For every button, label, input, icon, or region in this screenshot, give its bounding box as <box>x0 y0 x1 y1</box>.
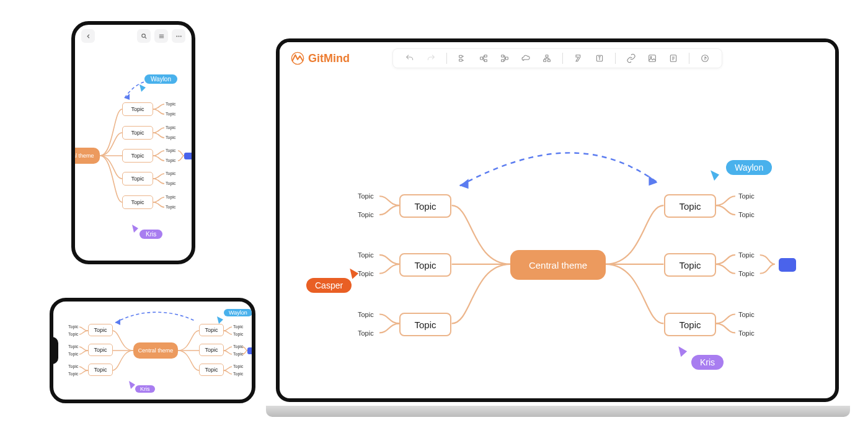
leaf-node[interactable]: Topic <box>68 324 78 329</box>
toolbar-separator <box>562 53 563 64</box>
topic-node[interactable]: Topic <box>664 253 716 277</box>
text-format-icon[interactable] <box>594 53 605 64</box>
phone-landscape-canvas[interactable]: Central theme Topic Topic Topic Topic To… <box>53 302 252 400</box>
collaborator-casper-badge: Casper <box>306 278 352 293</box>
leaf-node[interactable]: Topic <box>166 135 175 140</box>
leaf-node[interactable]: Topic <box>738 251 755 259</box>
leaf-node[interactable]: Topic <box>166 195 175 199</box>
leaf-node[interactable]: Topic <box>738 311 755 318</box>
topic-node[interactable]: Topic <box>399 253 451 277</box>
leaf-node[interactable]: Topic <box>358 329 374 337</box>
cloud-sync-icon[interactable] <box>520 53 531 64</box>
share-icon[interactable] <box>699 53 711 64</box>
laptop-screen: GitMind <box>276 38 839 402</box>
phone-landscape-device: Central theme Topic Topic Topic Topic To… <box>50 298 255 403</box>
topic-node[interactable]: Topic <box>122 195 153 209</box>
leaf-node[interactable]: Topic <box>68 332 78 336</box>
topic-node[interactable]: Topic <box>664 194 716 218</box>
phone-portrait-canvas[interactable]: ntral theme Topic Topic Topic Topic Topi… <box>75 47 192 261</box>
topic-node[interactable]: Topic <box>664 313 716 336</box>
topic-node[interactable]: Topic <box>399 313 451 336</box>
brand-logo: GitMind <box>291 51 350 65</box>
leaf-node[interactable]: Topic <box>233 344 243 349</box>
svg-point-24 <box>178 35 179 37</box>
leaf-node[interactable]: Topic <box>233 332 243 336</box>
undo-icon[interactable] <box>404 53 415 64</box>
more-icon[interactable] <box>172 29 185 43</box>
list-icon[interactable] <box>154 29 168 43</box>
layout-icon-1[interactable] <box>499 53 510 64</box>
leaf-node[interactable]: Topic <box>738 270 755 277</box>
topic-node[interactable]: Topic <box>122 172 153 185</box>
add-child-node-icon[interactable] <box>478 53 489 64</box>
format-icon[interactable] <box>573 53 584 64</box>
leaf-node[interactable]: Topic <box>68 352 78 356</box>
svg-rect-5 <box>484 60 487 61</box>
leaf-node[interactable]: Topic <box>68 344 78 349</box>
leaf-node[interactable]: Topic <box>68 372 78 376</box>
leaf-node[interactable]: Topic <box>166 171 175 176</box>
leaf-node[interactable]: Topic <box>358 251 374 259</box>
summary-chip[interactable] <box>184 153 193 159</box>
phone-header <box>75 25 192 47</box>
svg-point-14 <box>650 56 652 58</box>
leaf-node[interactable]: Topic <box>166 148 175 153</box>
topic-node[interactable]: Topic <box>88 364 113 376</box>
svg-rect-13 <box>649 55 656 62</box>
add-sibling-node-icon[interactable] <box>457 53 468 64</box>
topic-node[interactable]: Topic <box>88 324 113 336</box>
toolbar-separator <box>615 53 616 64</box>
svg-marker-19 <box>711 170 719 181</box>
central-theme-node[interactable]: ntral theme <box>71 148 100 164</box>
connector-lines <box>280 74 835 398</box>
topic-node[interactable]: Topic <box>199 324 224 336</box>
central-theme-node[interactable]: Central theme <box>510 250 606 280</box>
brand-name: GitMind <box>308 52 350 65</box>
leaf-node[interactable]: Topic <box>358 270 374 277</box>
leaf-node[interactable]: Topic <box>233 324 243 329</box>
svg-marker-29 <box>115 319 120 325</box>
leaf-node[interactable]: Topic <box>233 372 243 376</box>
laptop-base <box>266 406 850 417</box>
leaf-node[interactable]: Topic <box>166 158 175 163</box>
leaf-node[interactable]: Topic <box>738 329 755 337</box>
leaf-node[interactable]: Topic <box>166 112 175 116</box>
leaf-node[interactable]: Topic <box>68 364 78 369</box>
leaf-node[interactable]: Topic <box>738 211 755 218</box>
svg-marker-17 <box>649 176 657 185</box>
topic-node[interactable]: Topic <box>88 344 113 356</box>
leaf-node[interactable]: Topic <box>233 352 243 356</box>
leaf-node[interactable]: Topic <box>166 205 175 209</box>
topic-node[interactable]: Topic <box>399 194 451 218</box>
note-icon[interactable] <box>668 53 679 64</box>
collaborator-kris-badge: Kris <box>140 230 162 239</box>
layout-icon-2[interactable] <box>541 53 552 64</box>
svg-marker-21 <box>678 346 687 357</box>
leaf-node[interactable]: Topic <box>166 102 175 106</box>
leaf-node[interactable]: Topic <box>738 192 755 200</box>
leaf-node[interactable]: Topic <box>358 211 374 218</box>
summary-chip[interactable] <box>247 347 255 354</box>
topic-node[interactable]: Topic <box>122 149 153 163</box>
image-icon[interactable] <box>647 53 658 64</box>
svg-rect-1 <box>459 55 463 57</box>
svg-rect-8 <box>505 57 508 60</box>
leaf-node[interactable]: Topic <box>233 364 243 369</box>
topic-node[interactable]: Topic <box>199 364 224 376</box>
leaf-node[interactable]: Topic <box>358 311 374 318</box>
link-icon[interactable] <box>626 53 637 64</box>
svg-rect-4 <box>484 55 487 57</box>
back-icon[interactable] <box>81 29 95 43</box>
topic-node[interactable]: Topic <box>122 102 153 116</box>
topic-node[interactable]: Topic <box>199 344 224 356</box>
svg-rect-9 <box>546 55 548 57</box>
mindmap-canvas[interactable]: Central theme Topic Topic Topic Topic To… <box>280 74 835 398</box>
summary-chip[interactable] <box>779 258 796 272</box>
topic-node[interactable]: Topic <box>122 126 153 140</box>
leaf-node[interactable]: Topic <box>166 125 175 130</box>
search-icon[interactable] <box>137 29 151 43</box>
leaf-node[interactable]: Topic <box>358 192 374 200</box>
redo-icon[interactable] <box>425 53 436 64</box>
leaf-node[interactable]: Topic <box>166 181 175 185</box>
central-theme-node[interactable]: Central theme <box>133 342 178 359</box>
